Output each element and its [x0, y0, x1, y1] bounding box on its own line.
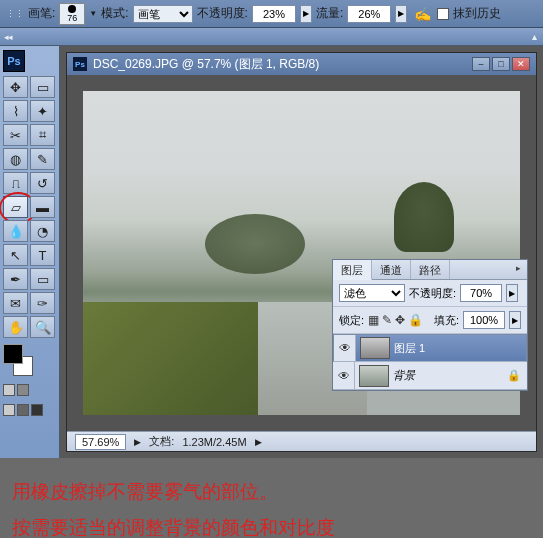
- toolbox: Ps ✥▭ ⌇✦ ✂⌗ ◍✎ ⎍↺ ▱▬ 💧◔ ↖T ✒▭ ✉✑ ✋🔍: [0, 46, 60, 458]
- docinfo-value: 1.23M/2.45M: [182, 436, 246, 448]
- heal-tool[interactable]: ◍: [3, 148, 28, 170]
- opacity-input[interactable]: [252, 5, 296, 23]
- close-button[interactable]: ✕: [512, 57, 530, 71]
- fill-label: 填充:: [434, 313, 459, 328]
- zoom-arrow-icon[interactable]: ▶: [134, 437, 141, 447]
- eyedropper-tool[interactable]: ✑: [30, 292, 55, 314]
- airbrush-icon[interactable]: ✍: [411, 4, 433, 24]
- layer-opacity-label: 不透明度:: [409, 286, 456, 301]
- move-tool[interactable]: ✥: [3, 76, 28, 98]
- panel-tabs: 图层 通道 路径 ▸: [333, 260, 527, 280]
- brush-dropdown-icon[interactable]: ▼: [89, 9, 97, 18]
- marquee-tool[interactable]: ▭: [30, 76, 55, 98]
- lock-icon: 🔒: [507, 369, 521, 382]
- tab-layers[interactable]: 图层: [333, 260, 372, 280]
- lock-icons: ▦ ✎ ✥ 🔒: [368, 313, 423, 327]
- image-content: [394, 182, 454, 252]
- image-content: [205, 214, 305, 274]
- brush-size-value: 76: [67, 13, 77, 23]
- layer-list: 👁 图层 1 👁 背景 🔒: [333, 334, 527, 390]
- lock-label: 锁定:: [339, 313, 364, 328]
- hand-tool[interactable]: ✋: [3, 316, 28, 338]
- grip-icon[interactable]: ◂◂: [4, 32, 12, 42]
- gradient-tool[interactable]: ▬: [30, 196, 55, 218]
- collapse-icon[interactable]: ▴: [532, 31, 537, 42]
- docinfo-label: 文档:: [149, 434, 174, 449]
- panel-tab-strip: ◂◂ ▴: [0, 28, 543, 46]
- document-window: Ps DSC_0269.JPG @ 57.7% (图层 1, RGB/8) – …: [66, 52, 537, 452]
- brush-dot-icon: [68, 5, 76, 13]
- lock-all-icon[interactable]: 🔒: [408, 313, 423, 327]
- wand-tool[interactable]: ✦: [30, 100, 55, 122]
- opacity-slider-icon[interactable]: ▶: [300, 5, 312, 23]
- options-bar: ⋮⋮ 画笔: 76 ▼ 模式: 画笔 不透明度: ▶ 流量: ▶ ✍ 抹到历史: [0, 0, 543, 28]
- screen-mode[interactable]: [3, 384, 56, 396]
- work-area: Ps ✥▭ ⌇✦ ✂⌗ ◍✎ ⎍↺ ▱▬ 💧◔ ↖T ✒▭ ✉✑ ✋🔍 Ps D…: [0, 46, 543, 458]
- layer-thumb[interactable]: [360, 337, 390, 359]
- crop-tool[interactable]: ✂: [3, 124, 28, 146]
- shape-tool[interactable]: ▭: [30, 268, 55, 290]
- image-stage[interactable]: 图层 通道 路径 ▸ 滤色 不透明度: ▶ 锁定: ▦: [67, 75, 536, 431]
- quick-mask[interactable]: [3, 404, 56, 416]
- zoom-value[interactable]: 57.69%: [75, 434, 126, 450]
- blend-mode-select[interactable]: 滤色: [339, 284, 405, 302]
- canvas-area: Ps DSC_0269.JPG @ 57.7% (图层 1, RGB/8) – …: [60, 46, 543, 458]
- document-titlebar[interactable]: Ps DSC_0269.JPG @ 57.7% (图层 1, RGB/8) – …: [67, 53, 536, 75]
- brush-label: 画笔:: [28, 5, 55, 22]
- tutorial-caption: 用橡皮擦掉不需要雾气的部位。 按需要适当的调整背景的颜色和对比度: [0, 458, 543, 538]
- flow-slider-icon[interactable]: ▶: [395, 5, 407, 23]
- history-brush-tool[interactable]: ↺: [30, 172, 55, 194]
- brush-preset-picker[interactable]: 76: [59, 3, 85, 25]
- docinfo-arrow-icon[interactable]: ▶: [255, 437, 262, 447]
- flow-input[interactable]: [347, 5, 391, 23]
- lock-row: 锁定: ▦ ✎ ✥ 🔒 填充: ▶: [333, 307, 527, 334]
- history-label: 抹到历史: [453, 5, 501, 22]
- lock-transparency-icon[interactable]: ▦: [368, 313, 379, 327]
- tab-paths[interactable]: 路径: [411, 260, 450, 279]
- mode-label: 模式:: [101, 5, 128, 22]
- brush-tool[interactable]: ✎: [30, 148, 55, 170]
- opacity-arrow-icon[interactable]: ▶: [506, 284, 518, 302]
- layer-row[interactable]: 👁 背景 🔒: [333, 362, 527, 390]
- image-content: [83, 302, 258, 415]
- ps-logo-icon: Ps: [3, 50, 25, 72]
- opacity-label: 不透明度:: [197, 5, 248, 22]
- lasso-tool[interactable]: ⌇: [3, 100, 28, 122]
- caption-line-2: 按需要适当的调整背景的颜色和对比度: [12, 510, 531, 538]
- layer-name[interactable]: 背景: [393, 368, 415, 383]
- layer-row[interactable]: 👁 图层 1: [333, 334, 527, 362]
- path-tool[interactable]: ↖: [3, 244, 28, 266]
- lock-paint-icon[interactable]: ✎: [382, 313, 392, 327]
- flow-label: 流量:: [316, 5, 343, 22]
- fill-arrow-icon[interactable]: ▶: [509, 311, 521, 329]
- tab-channels[interactable]: 通道: [372, 260, 411, 279]
- notes-tool[interactable]: ✉: [3, 292, 28, 314]
- zoom-tool[interactable]: 🔍: [30, 316, 55, 338]
- color-swatches[interactable]: [3, 340, 56, 376]
- fill-input[interactable]: [463, 311, 505, 329]
- eraser-tool[interactable]: ▱: [3, 196, 28, 218]
- minimize-button[interactable]: –: [472, 57, 490, 71]
- dodge-tool[interactable]: ◔: [30, 220, 55, 242]
- grip-icon: ⋮⋮: [6, 9, 24, 19]
- layers-panel: 图层 通道 路径 ▸ 滤色 不透明度: ▶ 锁定: ▦: [332, 259, 528, 391]
- visibility-icon[interactable]: 👁: [333, 362, 355, 389]
- type-tool[interactable]: T: [30, 244, 55, 266]
- doc-icon: Ps: [73, 57, 87, 71]
- blend-row: 滤色 不透明度: ▶: [333, 280, 527, 307]
- panel-menu-icon[interactable]: ▸: [510, 260, 527, 279]
- pen-tool[interactable]: ✒: [3, 268, 28, 290]
- visibility-icon[interactable]: 👁: [334, 335, 356, 361]
- layer-opacity-input[interactable]: [460, 284, 502, 302]
- slice-tool[interactable]: ⌗: [30, 124, 55, 146]
- history-checkbox[interactable]: [437, 8, 449, 20]
- stamp-tool[interactable]: ⎍: [3, 172, 28, 194]
- lock-move-icon[interactable]: ✥: [395, 313, 405, 327]
- mode-select[interactable]: 画笔: [133, 5, 193, 23]
- caption-line-1: 用橡皮擦掉不需要雾气的部位。: [12, 474, 531, 510]
- blur-tool[interactable]: 💧: [3, 220, 28, 242]
- maximize-button[interactable]: □: [492, 57, 510, 71]
- foreground-swatch[interactable]: [3, 344, 23, 364]
- layer-thumb[interactable]: [359, 365, 389, 387]
- layer-name[interactable]: 图层 1: [394, 341, 425, 356]
